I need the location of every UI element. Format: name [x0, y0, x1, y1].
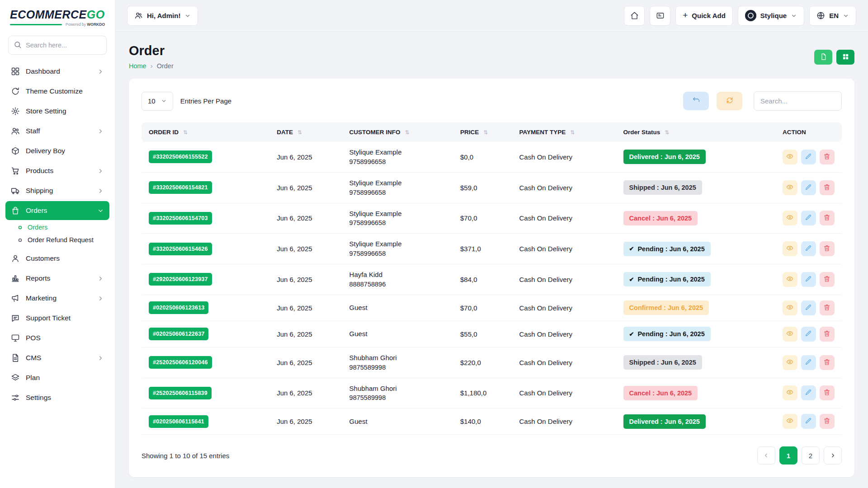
delete-order-button[interactable] [820, 180, 835, 195]
customer-phone: 9875589998 [349, 393, 446, 403]
column-header-payment-type[interactable]: PAYMENT TYPE⇅ [512, 122, 616, 142]
view-order-button[interactable] [783, 150, 797, 164]
sidebar-item-label: Marketing [26, 294, 57, 302]
pagination-page-1-button[interactable]: 1 [779, 446, 797, 465]
sidebar-item-marketing[interactable]: Marketing [5, 289, 109, 308]
sidebar-item-pos[interactable]: POS [5, 328, 109, 347]
undo-button[interactable] [683, 92, 709, 110]
sort-icon[interactable]: ⇅ [483, 129, 488, 136]
sidebar-subitem-order-refund-request[interactable]: Order Refund Request [12, 234, 109, 246]
delete-order-button[interactable] [820, 300, 835, 315]
sidebar-item-reports[interactable]: Reports [5, 269, 109, 288]
view-order-button[interactable] [783, 327, 797, 342]
sidebar-item-settings[interactable]: Settings [5, 388, 109, 407]
sidebar-item-shipping[interactable]: Shipping [5, 181, 109, 200]
sidebar-item-cms[interactable]: CMS [5, 348, 109, 367]
table-search-input[interactable] [754, 91, 842, 111]
language-button[interactable]: EN [809, 6, 856, 26]
brand-name: ECOMMERCEGO [10, 8, 105, 21]
sidebar-subitem-orders[interactable]: Orders [12, 221, 109, 234]
view-order-button[interactable] [783, 300, 797, 315]
order-price: $70,0 [460, 214, 477, 222]
column-header-order-id[interactable]: ORDER ID⇅ [142, 122, 269, 142]
delete-order-button[interactable] [820, 385, 835, 400]
breadcrumb-home-link[interactable]: Home [129, 62, 146, 70]
sidebar-item-customers[interactable]: Customers [5, 249, 109, 268]
sort-icon[interactable]: ⇅ [665, 129, 669, 136]
sidebar: ECOMMERCEGO Powered by WORKDO DashboardT… [0, 0, 115, 488]
order-status-badge: Shipped : Jun 6, 2025 [623, 355, 702, 370]
edit-order-button[interactable] [801, 385, 816, 400]
export-button[interactable] [814, 50, 832, 65]
column-header-date[interactable]: DATE⇅ [269, 122, 342, 142]
delete-order-button[interactable] [820, 327, 835, 342]
view-order-button[interactable] [783, 180, 797, 195]
customer-name: Shubham Ghori [349, 353, 446, 363]
edit-order-button[interactable] [801, 211, 816, 225]
delete-order-button[interactable] [820, 355, 835, 370]
column-header-order-status[interactable]: Order Status⇅ [616, 122, 775, 142]
edit-order-button[interactable] [801, 180, 816, 195]
sidebar-item-dashboard[interactable]: Dashboard [5, 62, 109, 81]
sort-icon[interactable]: ⇅ [297, 129, 302, 136]
chevron-right-icon [97, 295, 104, 302]
sort-icon[interactable]: ⇅ [183, 129, 188, 136]
view-order-button[interactable] [783, 272, 797, 287]
edit-order-button[interactable] [801, 241, 816, 256]
brand-logo[interactable]: ECOMMERCEGO Powered by WORKDO [0, 0, 115, 30]
trash-icon [823, 304, 830, 312]
order-date: Jun 6, 2025 [277, 304, 312, 312]
grid-view-button[interactable] [836, 50, 854, 65]
sidebar-item-plan[interactable]: Plan [5, 368, 109, 387]
edit-order-button[interactable] [801, 355, 816, 370]
edit-order-button[interactable] [801, 300, 816, 315]
store-switcher-button[interactable]: Stylique [738, 6, 804, 26]
chevron-down-icon [843, 13, 849, 19]
sidebar-item-staff[interactable]: Staff [5, 122, 109, 141]
sidebar-item-delivery-boy[interactable]: Delivery Boy [5, 141, 109, 160]
view-order-button[interactable] [783, 211, 797, 225]
pagination-page-2-button[interactable]: 2 [802, 446, 820, 465]
customer-name: Stylique Example [349, 239, 446, 249]
orders-card: 10 Entries Per Page [129, 79, 854, 477]
sidebar-item-orders[interactable]: Orders [5, 201, 109, 220]
view-order-button[interactable] [783, 414, 797, 429]
column-header-customer-info[interactable]: CUSTOMER INFO⇅ [342, 122, 453, 142]
sidebar-item-products[interactable]: Products [5, 161, 109, 180]
edit-order-button[interactable] [801, 150, 816, 164]
delete-order-button[interactable] [820, 272, 835, 287]
refresh-button[interactable] [717, 92, 742, 110]
order-price: $1,180,0 [460, 389, 486, 397]
column-header-action: ACTION [775, 122, 842, 142]
delete-order-button[interactable] [820, 414, 835, 429]
sidebar-item-label: Delivery Boy [26, 147, 65, 155]
view-order-button[interactable] [783, 355, 797, 370]
submenu-dot-icon [17, 237, 23, 243]
view-order-button[interactable] [783, 385, 797, 400]
admin-greeting-button[interactable]: Hi, Admin! [127, 6, 198, 26]
edit-order-button[interactable] [801, 327, 816, 342]
quick-add-button[interactable]: + Quick Add [675, 6, 733, 26]
delete-order-button[interactable] [820, 211, 835, 225]
view-order-button[interactable] [783, 241, 797, 256]
sort-icon[interactable]: ⇅ [405, 129, 410, 136]
order-id-badge: #2520250606120046 [149, 356, 212, 369]
column-header-price[interactable]: PRICE⇅ [453, 122, 512, 142]
home-button[interactable] [624, 6, 645, 26]
pagination-next-button[interactable] [824, 446, 842, 465]
entries-per-page-select[interactable]: 10 [142, 92, 173, 111]
edit-order-button[interactable] [801, 272, 816, 287]
sort-icon[interactable]: ⇅ [570, 129, 575, 136]
delete-order-button[interactable] [820, 150, 835, 164]
edit-order-button[interactable] [801, 414, 816, 429]
delete-order-button[interactable] [820, 241, 835, 256]
sidebar-item-store-setting[interactable]: Store Setting [5, 102, 109, 121]
sidebar-item-support-ticket[interactable]: Support Ticket [5, 309, 109, 328]
card-button[interactable] [650, 6, 670, 26]
trash-icon [823, 389, 830, 397]
sidebar-search-input[interactable] [8, 36, 107, 55]
marketing-icon [11, 294, 20, 303]
payment-type: Cash On Delivery [519, 214, 573, 222]
sidebar-item-theme-customize[interactable]: Theme Customize [5, 82, 109, 101]
pagination-prev-button[interactable] [757, 446, 775, 465]
